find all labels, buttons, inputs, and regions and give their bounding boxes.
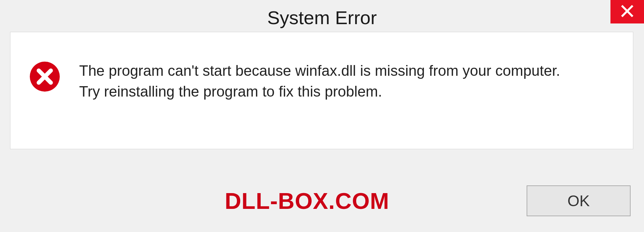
error-icon	[29, 61, 61, 93]
titlebar: System Error	[0, 0, 644, 32]
message-line-1: The program can't start because winfax.d…	[79, 62, 560, 79]
dialog-footer: DLL-BOX.COM OK	[10, 179, 634, 223]
ok-button-label: OK	[568, 192, 590, 210]
close-icon	[621, 4, 634, 19]
close-button[interactable]	[610, 0, 644, 23]
ok-button[interactable]: OK	[527, 185, 631, 216]
watermark-text: DLL-BOX.COM	[225, 188, 389, 214]
dialog-content: The program can't start because winfax.d…	[10, 32, 633, 149]
dialog-title: System Error	[267, 7, 377, 28]
message-line-2: Try reinstalling the program to fix this…	[79, 83, 382, 100]
dialog-message: The program can't start because winfax.d…	[79, 59, 560, 102]
